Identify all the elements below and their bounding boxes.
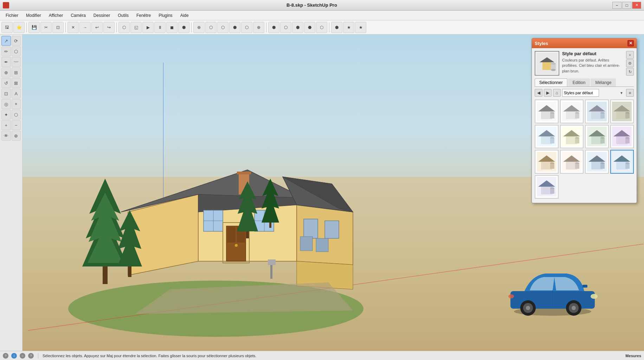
toolbar-btn-15[interactable]: ⊕: [193, 22, 205, 33]
toolbar-btn-4[interactable]: ⊡: [52, 22, 64, 33]
styles-back-button[interactable]: ◀: [535, 89, 542, 97]
left-tool-17[interactable]: −: [12, 120, 21, 130]
left-tool-5[interactable]: 〰: [12, 57, 21, 67]
toolbar-btn-1[interactable]: ⭐: [13, 22, 25, 33]
style-thumb-9[interactable]: [535, 150, 559, 174]
toolbar-btn-13[interactable]: ◼: [166, 22, 178, 33]
toolbar-btn-22[interactable]: ⬡: [280, 22, 291, 33]
close-button[interactable]: ✕: [632, 2, 641, 9]
styles-forward-button[interactable]: ▶: [544, 89, 552, 97]
menu-item-dessiner[interactable]: Dessiner: [90, 12, 114, 19]
toolbar-btn-11[interactable]: ▶: [142, 22, 154, 33]
toolbar-btn-23[interactable]: ⬢: [292, 22, 303, 33]
styles-add-folder-button[interactable]: +: [626, 89, 634, 97]
toolbar-btn-9[interactable]: ⬡: [118, 22, 130, 33]
viewport[interactable]: Styles ✕: [22, 34, 644, 351]
menu-item-caméra[interactable]: Caméra: [67, 12, 89, 19]
styles-panel-close-button[interactable]: ✕: [627, 40, 634, 46]
left-tool-7[interactable]: ⊞: [12, 68, 21, 77]
menu-item-modifier[interactable]: Modifier: [22, 12, 45, 19]
left-tool-12[interactable]: ◎: [1, 99, 11, 109]
styles-home-button[interactable]: ⌂: [553, 89, 561, 97]
style-thumb-11[interactable]: [585, 150, 609, 174]
toolbar-btn-20[interactable]: ⊕: [253, 22, 264, 33]
style-thumb-6[interactable]: [560, 125, 584, 149]
toolbar-btn-12[interactable]: ⏸: [154, 22, 166, 33]
toolbar-btn-27[interactable]: ★: [343, 22, 354, 33]
maximize-button[interactable]: □: [622, 2, 631, 9]
svg-point-75: [625, 112, 630, 114]
style-name-label: Style par défaut: [562, 51, 623, 56]
left-tool-4[interactable]: ✒: [1, 57, 11, 67]
left-tool-15[interactable]: ⬡: [12, 110, 21, 120]
left-tool-row-1: ✏⬡: [1, 46, 21, 56]
status-icon-help1[interactable]: ?: [3, 353, 8, 359]
toolbar-btn-17[interactable]: ⬡: [217, 22, 228, 33]
status-icon-circle[interactable]: ○: [20, 353, 25, 359]
menu-item-fichier[interactable]: Fichier: [2, 12, 22, 19]
toolbar-btn-16[interactable]: ⬡: [205, 22, 217, 33]
toolbar-btn-24[interactable]: ⬣: [304, 22, 315, 33]
toolbar-btn-26[interactable]: ⬢: [331, 22, 342, 33]
styles-folder-select[interactable]: Styles par défaut: [562, 89, 599, 97]
style-thumb-10[interactable]: [560, 150, 584, 174]
toolbar-btn-6[interactable]: →: [79, 22, 91, 33]
toolbar-btn-5[interactable]: ✕: [67, 22, 79, 33]
left-tool-6[interactable]: ⊕: [1, 68, 11, 77]
style-settings-button[interactable]: ⚙: [626, 59, 634, 67]
minimize-button[interactable]: −: [612, 2, 622, 9]
toolbar-btn-18[interactable]: ⬢: [229, 22, 240, 33]
style-thumb-5[interactable]: [535, 125, 559, 149]
menu-item-afficher[interactable]: Afficher: [45, 12, 66, 19]
toolbar-btn-2[interactable]: 💾: [28, 22, 40, 33]
style-thumb-7[interactable]: [585, 125, 609, 149]
toolbar-btn-28[interactable]: ★: [355, 22, 366, 33]
svg-point-95: [625, 137, 630, 139]
style-thumb-13[interactable]: [535, 175, 559, 199]
menu-item-plugins[interactable]: Plugins: [155, 12, 176, 19]
style-thumb-8[interactable]: [610, 125, 634, 149]
toolbar-btn-0[interactable]: 🖫: [1, 22, 13, 33]
toolbar-btn-19[interactable]: ⬡: [241, 22, 252, 33]
styles-panel: Styles ✕: [532, 38, 637, 203]
left-tool-18[interactable]: 👁: [1, 131, 11, 141]
toolbar-btn-25[interactable]: ⬡: [316, 22, 327, 33]
left-tool-19[interactable]: ⊕: [12, 131, 21, 141]
left-tool-16[interactable]: +: [1, 120, 11, 130]
left-tool-3[interactable]: ⬡: [12, 46, 21, 56]
toolbar-btn-3[interactable]: ✂: [40, 22, 52, 33]
style-desc-label: Couleurs par défaut. Arêtes profilées. C…: [562, 58, 623, 74]
style-thumb-empty-1: [560, 175, 584, 199]
style-thumb-4[interactable]: [610, 99, 634, 123]
style-thumb-3[interactable]: [585, 99, 609, 123]
left-tool-13[interactable]: ⌖: [12, 99, 21, 109]
menu-item-fenêtre[interactable]: Fenêtre: [133, 12, 154, 19]
toolbar-btn-14[interactable]: ⬢: [178, 22, 189, 33]
toolbar-btn-7[interactable]: ↩: [91, 22, 103, 33]
left-tool-1[interactable]: ⟳: [12, 36, 21, 46]
tab-edition[interactable]: Edition: [568, 78, 590, 86]
left-tool-10[interactable]: ⊡: [1, 89, 11, 98]
toolbar-btn-8[interactable]: ↪: [103, 22, 115, 33]
style-thumb-2[interactable]: [560, 99, 584, 123]
left-tool-2[interactable]: ✏: [1, 46, 11, 56]
menu-item-outils[interactable]: Outils: [114, 12, 132, 19]
status-icon-info[interactable]: i: [11, 353, 17, 359]
tab-selectionner[interactable]: Sélectionner: [535, 78, 567, 86]
toolbar-btn-21[interactable]: ⬢: [268, 22, 279, 33]
left-tool-9[interactable]: ⊠: [12, 78, 21, 88]
left-tool-14[interactable]: ✦: [1, 110, 11, 120]
left-toolbar: ↗⟳✏⬡✒〰⊕⊞↺⊠⊡A◎⌖✦⬡+−👁⊕: [0, 34, 22, 351]
menu-item-aide[interactable]: Aide: [177, 12, 192, 19]
update-style-button[interactable]: ↻: [626, 68, 634, 76]
left-tool-0[interactable]: ↗: [1, 36, 11, 46]
svg-rect-12: [227, 227, 236, 243]
left-tool-8[interactable]: ↺: [1, 78, 11, 88]
style-thumb-1[interactable]: [535, 99, 559, 123]
tab-melange[interactable]: Mélange: [591, 78, 616, 86]
create-style-button[interactable]: +: [626, 51, 634, 59]
status-icon-help2[interactable]: ?: [28, 353, 34, 359]
style-thumb-12[interactable]: Style par défaut: [610, 150, 634, 174]
toolbar-btn-10[interactable]: ◱: [130, 22, 142, 33]
left-tool-11[interactable]: A: [12, 89, 21, 98]
